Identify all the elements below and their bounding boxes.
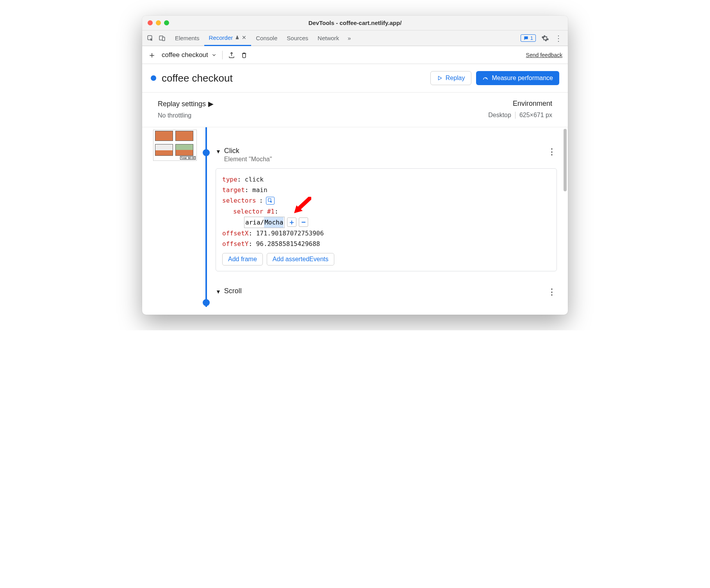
selector-picker-button[interactable]: [266, 197, 275, 205]
more-menu-icon[interactable]: ⋮: [555, 34, 562, 43]
step-details: type: click target: main selectors: sele…: [216, 168, 557, 271]
recording-header: coffee checkout Replay Measure performan…: [142, 64, 568, 93]
tab-sources[interactable]: Sources: [282, 30, 313, 46]
export-button[interactable]: [228, 52, 235, 59]
chevron-down-icon: [211, 52, 217, 58]
tab-console[interactable]: Console: [251, 30, 282, 46]
viewport-value: 625×671 px: [519, 112, 552, 119]
new-recording-button[interactable]: ＋: [148, 49, 156, 61]
settings-icon[interactable]: [541, 34, 549, 42]
recording-title: coffee checkout: [162, 72, 233, 84]
step-menu-icon[interactable]: ⋮: [548, 287, 557, 297]
replay-button[interactable]: Replay: [430, 71, 472, 85]
devtools-window: DevTools - coffee-cart.netlify.app/ Elem…: [142, 16, 568, 315]
tab-network[interactable]: Network: [313, 30, 344, 46]
device-toggle-icon[interactable]: [159, 35, 166, 42]
send-feedback-link[interactable]: Send feedback: [526, 52, 562, 58]
minimize-window-button[interactable]: [156, 20, 161, 25]
step-scroll: ▼ Scroll ⋮: [216, 287, 557, 297]
step-title: Scroll: [224, 287, 242, 295]
step-marker[interactable]: [203, 149, 210, 156]
inspect-icon[interactable]: [147, 35, 154, 42]
tab-elements[interactable]: Elements: [170, 30, 204, 46]
step-subtitle: Element "Mocha": [224, 156, 272, 163]
chevron-right-icon: ▶: [208, 100, 214, 108]
step-menu-icon[interactable]: ⋮: [548, 147, 557, 157]
flask-icon: [235, 35, 239, 40]
collapse-icon[interactable]: ▼: [216, 148, 221, 155]
separator: [515, 112, 516, 119]
status-dot: [151, 75, 156, 81]
maximize-window-button[interactable]: [164, 20, 169, 25]
timeline: Total: $0.00 ▼ Click Element "Mocha" ⋮: [142, 127, 568, 315]
recorder-toolbar: ＋ coffee checkout Send feedback: [142, 46, 568, 64]
replay-settings-toggle[interactable]: Replay settings ▶: [158, 100, 214, 108]
window-title: DevTools - coffee-cart.netlify.app/: [142, 20, 568, 26]
remove-selector-button[interactable]: −: [299, 217, 308, 227]
selector-input[interactable]: aria/Mocha: [244, 217, 285, 228]
add-selector-button[interactable]: ＋: [287, 217, 296, 227]
gauge-icon: [482, 75, 489, 81]
device-value: Desktop: [488, 112, 511, 119]
delete-button[interactable]: [241, 52, 248, 59]
more-tabs-icon[interactable]: »: [344, 35, 355, 41]
titlebar: DevTools - coffee-cart.netlify.app/: [142, 16, 568, 30]
measure-performance-button[interactable]: Measure performance: [476, 71, 559, 85]
step-title: Click: [224, 147, 272, 155]
environment-title: Environment: [513, 100, 552, 108]
scrollbar[interactable]: [563, 127, 567, 315]
close-window-button[interactable]: [148, 20, 153, 25]
devtools-tabs: Elements Recorder ✕ Console Sources Netw…: [142, 30, 568, 46]
throttling-value: No throttling: [158, 112, 214, 119]
add-frame-button[interactable]: Add frame: [222, 253, 263, 265]
separator: [222, 51, 223, 59]
issues-chip[interactable]: 1: [521, 34, 536, 42]
step-marker[interactable]: [203, 299, 210, 306]
step-click: ▼ Click Element "Mocha" ⋮ type: click ta…: [216, 147, 557, 271]
tab-recorder[interactable]: Recorder ✕: [204, 30, 252, 46]
close-tab-icon[interactable]: ✕: [242, 34, 246, 41]
play-icon: [437, 75, 442, 81]
add-asserted-events-button[interactable]: Add assertedEvents: [267, 253, 334, 265]
annotation-arrow-icon: [293, 197, 311, 214]
step-thumbnail: Total: $0.00: [153, 127, 200, 307]
recording-selector[interactable]: coffee checkout: [162, 51, 217, 59]
timeline-track: [200, 127, 216, 307]
message-icon: [523, 36, 529, 41]
traffic-lights: [148, 20, 169, 25]
svg-rect-2: [162, 37, 165, 41]
collapse-icon[interactable]: ▼: [216, 289, 221, 295]
settings-row: Replay settings ▶ No throttling Environm…: [142, 93, 568, 127]
